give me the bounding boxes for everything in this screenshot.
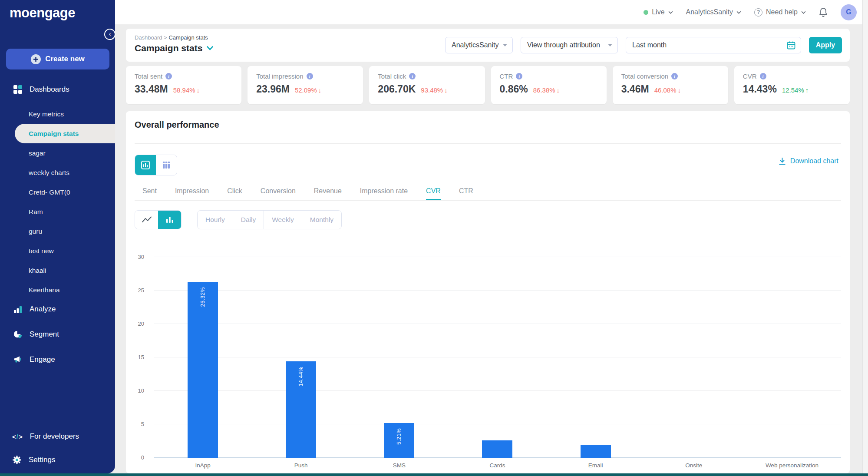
info-icon[interactable]: i (165, 73, 172, 79)
code-icon: </> (12, 433, 23, 440)
tab-click[interactable]: Click (227, 182, 242, 200)
tab-cvr[interactable]: CVR (426, 182, 441, 200)
workspace-switcher[interactable]: AnalyticsSanity (686, 8, 742, 16)
attribution-select[interactable]: View through attribution (521, 37, 618, 53)
breadcrumb-root[interactable]: Dashboard (135, 34, 162, 41)
chart-column-web-personalization (743, 257, 841, 458)
tab-impression-rate[interactable]: Impression rate (360, 182, 408, 200)
chart-column-push: 14.44% (252, 257, 350, 458)
sidebar-collapse-button[interactable]: ‹ (104, 29, 116, 40)
period-weekly[interactable]: Weekly (264, 211, 302, 229)
stat-value-row: 23.96M52.09% ↓ (256, 83, 354, 95)
sidebar-item-key-metrics[interactable]: Key metrics (0, 104, 115, 124)
stat-card-total-sent: Total senti33.48M58.94% ↓ (126, 66, 241, 104)
sidebar-item-keerthana[interactable]: Keerthana (0, 280, 115, 300)
line-chart-button[interactable] (135, 211, 158, 229)
period-daily[interactable]: Daily (233, 211, 264, 229)
sidebar-item-dashboards[interactable]: Dashboards (0, 81, 115, 98)
metric-tabs: SentImpressionClickConversionRevenueImpr… (135, 182, 841, 201)
stat-label: Total senti (135, 73, 233, 80)
gear-icon (12, 455, 22, 465)
bottom-edge-strip (0, 473, 868, 476)
info-icon[interactable]: i (409, 73, 416, 79)
y-tick-30: 30 (138, 254, 144, 260)
bar-inapp[interactable]: 26.32% (188, 282, 218, 458)
sidebar-item-ram[interactable]: Ram (0, 202, 115, 221)
sidebar-item-test-new[interactable]: test new (0, 241, 115, 261)
y-tick-5: 5 (141, 421, 144, 427)
sidebar-item-cretd-gmt-0[interactable]: Cretd- GMT(0 (0, 182, 115, 202)
sidebar-item-settings[interactable]: Settings (0, 451, 115, 469)
workspace-select[interactable]: AnalyticsSanity (445, 37, 513, 53)
tab-revenue[interactable]: Revenue (314, 182, 342, 200)
sidebar-item-guru[interactable]: guru (0, 221, 115, 241)
sidebar-item-for-developers[interactable]: </> For developers (0, 428, 115, 445)
info-icon[interactable]: i (516, 73, 522, 79)
bar-push[interactable]: 14.44% (286, 361, 316, 458)
y-tick-20: 20 (138, 321, 144, 327)
tab-conversion[interactable]: Conversion (261, 182, 296, 200)
info-icon[interactable]: i (671, 73, 678, 79)
stat-label: Total impressioni (256, 73, 354, 80)
stats-row: Total senti33.48M58.94% ↓Total impressio… (126, 66, 850, 104)
title-chevron-down-icon[interactable] (207, 46, 213, 50)
stat-change: 46.08% ↓ (654, 86, 681, 94)
section-title: Overall performance (135, 120, 219, 130)
question-icon: ? (754, 8, 762, 17)
date-range-input[interactable]: Last month (626, 37, 801, 53)
apply-button[interactable]: Apply (809, 37, 842, 53)
avatar[interactable]: G (841, 4, 857, 20)
stat-value: 14.43% (743, 83, 777, 95)
x-tick-web-personalization: Web personalization (743, 462, 841, 469)
sidebar-item-weekly-charts[interactable]: weekly charts (0, 163, 115, 182)
stat-label-text: Total sent (135, 73, 162, 80)
create-new-button[interactable]: Create new (6, 49, 109, 69)
live-label: Live (652, 8, 664, 16)
table-view-button[interactable] (156, 155, 177, 175)
calendar-icon (787, 41, 795, 50)
engage-megaphone-icon (13, 355, 23, 364)
period-monthly[interactable]: Monthly (302, 211, 341, 229)
plus-icon (31, 54, 41, 64)
environment-switcher[interactable]: Live (644, 8, 673, 16)
sidebar-item-khaali[interactable]: khaali (0, 261, 115, 280)
segment-pie-icon (13, 330, 23, 339)
bar-sms[interactable]: 5.21% (384, 423, 414, 458)
info-icon[interactable]: i (307, 73, 313, 79)
sidebar-item-engage[interactable]: Engage (0, 351, 115, 368)
stat-value: 23.96M (256, 83, 290, 95)
download-chart-link[interactable]: Download chart (779, 157, 838, 165)
stat-card-total-conversion: Total conversioni3.46M46.08% ↓ (613, 66, 728, 104)
tab-ctr[interactable]: CTR (459, 182, 473, 200)
stat-value-row: 0.86%86.38% ↓ (500, 83, 598, 95)
bar-cards[interactable] (482, 440, 512, 458)
chart-column-sms: 5.21% (350, 257, 448, 458)
chart-y-axis: 051015202530 (126, 257, 150, 458)
period-hourly[interactable]: Hourly (198, 211, 233, 229)
tab-sent[interactable]: Sent (142, 182, 157, 200)
bar-email[interactable] (581, 445, 611, 458)
chevron-down-icon (801, 11, 806, 14)
chevron-down-icon (668, 11, 673, 14)
caret-down-icon (503, 44, 507, 46)
tab-impression[interactable]: Impression (175, 182, 209, 200)
chart-column-cards (448, 257, 546, 458)
need-help-menu[interactable]: ? Need help (754, 8, 806, 17)
scrollbar-track[interactable] (862, 0, 868, 476)
sidebar-item-sagar[interactable]: sagar (0, 143, 115, 163)
bar-chart-button[interactable] (158, 211, 181, 229)
chevron-down-icon (736, 11, 741, 14)
stat-value-row: 33.48M58.94% ↓ (135, 83, 233, 95)
sidebar-item-campaign-stats[interactable]: Campaign stats (15, 124, 115, 143)
stat-value: 33.48M (135, 83, 168, 95)
stat-value-row: 14.43%12.54% ↑ (743, 83, 841, 95)
attribution-select-value: View through attribution (527, 41, 600, 49)
info-icon[interactable]: i (760, 73, 766, 79)
page-title: Campaign stats (135, 43, 202, 53)
sidebar-item-analyze[interactable]: Analyze (0, 301, 115, 318)
sidebar-item-segment[interactable]: Segment (0, 326, 115, 343)
bell-icon[interactable] (819, 7, 828, 17)
stat-card-total-click: Total clicki206.70K93.48% ↓ (369, 66, 485, 104)
chart-view-button[interactable] (135, 155, 156, 175)
download-icon (779, 157, 786, 165)
